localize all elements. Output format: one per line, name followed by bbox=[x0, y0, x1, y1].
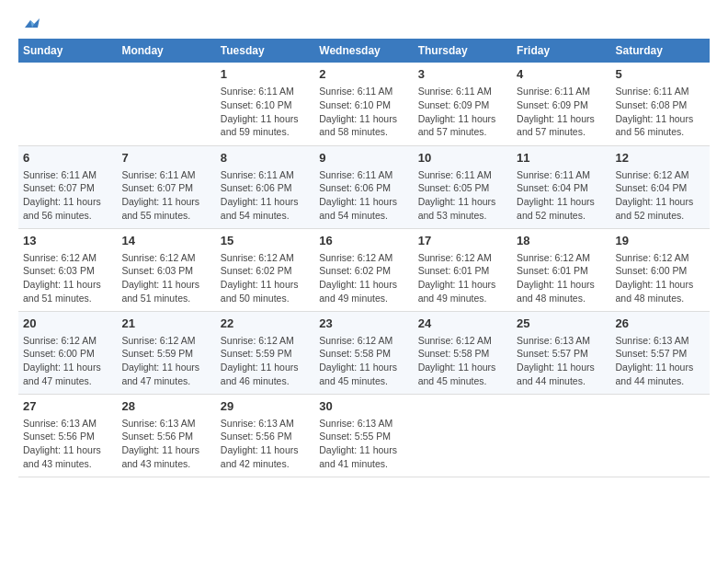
cell-info: Sunrise: 6:11 AM Sunset: 6:10 PM Dayligh… bbox=[319, 85, 408, 139]
calendar-cell: 23Sunrise: 6:12 AM Sunset: 5:58 PM Dayli… bbox=[314, 311, 413, 394]
calendar-cell: 26Sunrise: 6:13 AM Sunset: 5:57 PM Dayli… bbox=[611, 311, 710, 394]
cell-info: Sunrise: 6:12 AM Sunset: 6:00 PM Dayligh… bbox=[23, 334, 112, 388]
day-header-thursday: Thursday bbox=[414, 39, 512, 63]
day-number: 15 bbox=[221, 233, 310, 249]
calendar-cell: 3Sunrise: 6:11 AM Sunset: 6:09 PM Daylig… bbox=[414, 63, 512, 145]
cell-info: Sunrise: 6:12 AM Sunset: 6:02 PM Dayligh… bbox=[319, 251, 408, 305]
calendar-cell: 19Sunrise: 6:12 AM Sunset: 6:00 PM Dayli… bbox=[611, 228, 710, 311]
cell-info: Sunrise: 6:11 AM Sunset: 6:08 PM Dayligh… bbox=[616, 85, 705, 139]
day-number: 17 bbox=[418, 233, 507, 249]
day-header-saturday: Saturday bbox=[611, 39, 710, 63]
week-row-2: 6Sunrise: 6:11 AM Sunset: 6:07 PM Daylig… bbox=[18, 145, 710, 228]
cell-info: Sunrise: 6:11 AM Sunset: 6:09 PM Dayligh… bbox=[418, 85, 507, 139]
day-number: 9 bbox=[319, 150, 408, 167]
cell-info: Sunrise: 6:12 AM Sunset: 6:01 PM Dayligh… bbox=[517, 251, 606, 305]
week-row-5: 27Sunrise: 6:13 AM Sunset: 5:56 PM Dayli… bbox=[18, 394, 710, 477]
cell-info: Sunrise: 6:11 AM Sunset: 6:06 PM Dayligh… bbox=[319, 168, 408, 223]
day-number: 14 bbox=[121, 233, 210, 249]
calendar-cell: 10Sunrise: 6:11 AM Sunset: 6:05 PM Dayli… bbox=[414, 145, 512, 228]
day-number: 1 bbox=[221, 66, 310, 83]
day-number: 29 bbox=[221, 398, 310, 415]
day-number: 30 bbox=[319, 398, 408, 415]
calendar-cell: 6Sunrise: 6:11 AM Sunset: 6:07 PM Daylig… bbox=[18, 145, 117, 228]
calendar-cell: 22Sunrise: 6:12 AM Sunset: 5:59 PM Dayli… bbox=[216, 311, 314, 394]
calendar-cell: 18Sunrise: 6:12 AM Sunset: 6:01 PM Dayli… bbox=[512, 228, 610, 311]
day-header-wednesday: Wednesday bbox=[314, 39, 413, 63]
cell-info: Sunrise: 6:12 AM Sunset: 6:00 PM Dayligh… bbox=[616, 251, 705, 305]
day-number: 11 bbox=[517, 150, 606, 167]
cell-info: Sunrise: 6:13 AM Sunset: 5:56 PM Dayligh… bbox=[23, 417, 112, 471]
calendar-cell: 7Sunrise: 6:11 AM Sunset: 6:07 PM Daylig… bbox=[117, 145, 215, 228]
calendar-cell bbox=[611, 394, 710, 477]
week-row-3: 13Sunrise: 6:12 AM Sunset: 6:03 PM Dayli… bbox=[18, 228, 710, 311]
day-number: 3 bbox=[418, 66, 507, 83]
cell-info: Sunrise: 6:12 AM Sunset: 5:59 PM Dayligh… bbox=[221, 334, 310, 388]
cell-info: Sunrise: 6:11 AM Sunset: 6:05 PM Dayligh… bbox=[418, 168, 507, 223]
day-header-monday: Monday bbox=[117, 39, 215, 63]
calendar-cell: 29Sunrise: 6:13 AM Sunset: 5:56 PM Dayli… bbox=[216, 394, 314, 477]
cell-info: Sunrise: 6:13 AM Sunset: 5:56 PM Dayligh… bbox=[221, 417, 310, 471]
calendar-cell: 2Sunrise: 6:11 AM Sunset: 6:10 PM Daylig… bbox=[314, 63, 413, 145]
day-number: 27 bbox=[23, 398, 112, 415]
cell-info: Sunrise: 6:12 AM Sunset: 6:04 PM Dayligh… bbox=[616, 168, 705, 223]
day-number: 2 bbox=[319, 66, 408, 83]
week-row-4: 20Sunrise: 6:12 AM Sunset: 6:00 PM Dayli… bbox=[18, 311, 710, 394]
calendar-cell: 28Sunrise: 6:13 AM Sunset: 5:56 PM Dayli… bbox=[117, 394, 215, 477]
day-number: 24 bbox=[418, 316, 507, 332]
cell-info: Sunrise: 6:13 AM Sunset: 5:57 PM Dayligh… bbox=[517, 334, 606, 388]
day-header-friday: Friday bbox=[512, 39, 610, 63]
day-number: 18 bbox=[517, 233, 606, 249]
day-number: 6 bbox=[23, 150, 112, 167]
cell-info: Sunrise: 6:11 AM Sunset: 6:07 PM Dayligh… bbox=[23, 168, 112, 223]
day-header-sunday: Sunday bbox=[18, 39, 117, 63]
day-number: 21 bbox=[121, 316, 210, 332]
calendar-cell: 13Sunrise: 6:12 AM Sunset: 6:03 PM Dayli… bbox=[18, 228, 117, 311]
cell-info: Sunrise: 6:12 AM Sunset: 6:03 PM Dayligh… bbox=[121, 251, 210, 305]
cell-info: Sunrise: 6:11 AM Sunset: 6:04 PM Dayligh… bbox=[517, 168, 606, 223]
cell-info: Sunrise: 6:12 AM Sunset: 5:58 PM Dayligh… bbox=[418, 334, 507, 388]
day-number: 25 bbox=[517, 316, 606, 332]
cell-info: Sunrise: 6:13 AM Sunset: 5:55 PM Dayligh… bbox=[319, 417, 408, 471]
day-number: 13 bbox=[23, 233, 112, 249]
day-number: 20 bbox=[23, 316, 112, 332]
calendar-cell: 5Sunrise: 6:11 AM Sunset: 6:08 PM Daylig… bbox=[611, 63, 710, 145]
cell-info: Sunrise: 6:12 AM Sunset: 5:58 PM Dayligh… bbox=[319, 334, 408, 388]
day-number: 8 bbox=[221, 150, 310, 167]
cell-info: Sunrise: 6:12 AM Sunset: 6:02 PM Dayligh… bbox=[221, 251, 310, 305]
logo bbox=[18, 18, 41, 29]
calendar-cell: 24Sunrise: 6:12 AM Sunset: 5:58 PM Dayli… bbox=[414, 311, 512, 394]
day-number: 22 bbox=[221, 316, 310, 332]
day-number: 10 bbox=[418, 150, 507, 167]
cell-info: Sunrise: 6:13 AM Sunset: 5:57 PM Dayligh… bbox=[616, 334, 705, 388]
calendar-cell bbox=[117, 63, 215, 145]
calendar-cell: 4Sunrise: 6:11 AM Sunset: 6:09 PM Daylig… bbox=[512, 63, 610, 145]
week-row-1: 1Sunrise: 6:11 AM Sunset: 6:10 PM Daylig… bbox=[18, 63, 710, 145]
calendar-cell: 17Sunrise: 6:12 AM Sunset: 6:01 PM Dayli… bbox=[414, 228, 512, 311]
calendar-cell: 9Sunrise: 6:11 AM Sunset: 6:06 PM Daylig… bbox=[314, 145, 413, 228]
calendar-cell: 8Sunrise: 6:11 AM Sunset: 6:06 PM Daylig… bbox=[216, 145, 314, 228]
day-number: 19 bbox=[616, 233, 705, 249]
cell-info: Sunrise: 6:13 AM Sunset: 5:56 PM Dayligh… bbox=[121, 417, 210, 471]
calendar-cell: 14Sunrise: 6:12 AM Sunset: 6:03 PM Dayli… bbox=[117, 228, 215, 311]
day-number: 16 bbox=[319, 233, 408, 249]
calendar-cell bbox=[512, 394, 610, 477]
calendar-cell: 11Sunrise: 6:11 AM Sunset: 6:04 PM Dayli… bbox=[512, 145, 610, 228]
day-number: 5 bbox=[616, 66, 705, 83]
calendar-cell bbox=[414, 394, 512, 477]
day-number: 26 bbox=[616, 316, 705, 332]
calendar-cell: 21Sunrise: 6:12 AM Sunset: 5:59 PM Dayli… bbox=[117, 311, 215, 394]
calendar-cell: 15Sunrise: 6:12 AM Sunset: 6:02 PM Dayli… bbox=[216, 228, 314, 311]
calendar-cell: 16Sunrise: 6:12 AM Sunset: 6:02 PM Dayli… bbox=[314, 228, 413, 311]
page-header bbox=[18, 18, 710, 29]
day-number: 28 bbox=[121, 398, 210, 415]
cell-info: Sunrise: 6:12 AM Sunset: 6:01 PM Dayligh… bbox=[418, 251, 507, 305]
logo-bird-icon bbox=[21, 15, 41, 35]
calendar-cell bbox=[18, 63, 117, 145]
cell-info: Sunrise: 6:11 AM Sunset: 6:07 PM Dayligh… bbox=[121, 168, 210, 223]
cell-info: Sunrise: 6:11 AM Sunset: 6:09 PM Dayligh… bbox=[517, 85, 606, 139]
cell-info: Sunrise: 6:12 AM Sunset: 6:03 PM Dayligh… bbox=[23, 251, 112, 305]
calendar-cell: 1Sunrise: 6:11 AM Sunset: 6:10 PM Daylig… bbox=[216, 63, 314, 145]
day-number: 4 bbox=[517, 66, 606, 83]
day-number: 7 bbox=[121, 150, 210, 167]
calendar-cell: 20Sunrise: 6:12 AM Sunset: 6:00 PM Dayli… bbox=[18, 311, 117, 394]
